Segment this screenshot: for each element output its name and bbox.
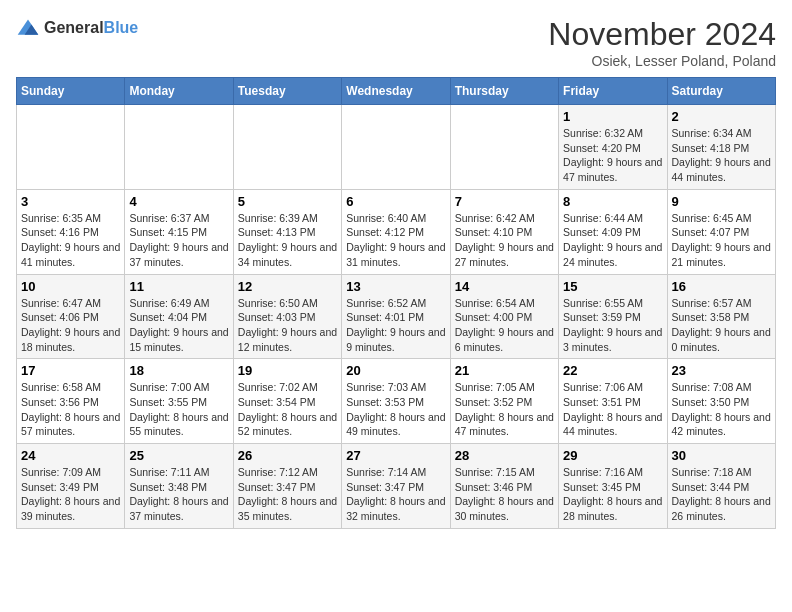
calendar-header-row: SundayMondayTuesdayWednesdayThursdayFrid… [17, 78, 776, 105]
calendar-cell: 13Sunrise: 6:52 AM Sunset: 4:01 PM Dayli… [342, 274, 450, 359]
day-number: 19 [238, 363, 337, 378]
calendar-cell: 9Sunrise: 6:45 AM Sunset: 4:07 PM Daylig… [667, 189, 775, 274]
day-info: Sunrise: 7:11 AM Sunset: 3:48 PM Dayligh… [129, 465, 228, 524]
calendar-cell: 7Sunrise: 6:42 AM Sunset: 4:10 PM Daylig… [450, 189, 558, 274]
day-info: Sunrise: 6:32 AM Sunset: 4:20 PM Dayligh… [563, 126, 662, 185]
day-number: 7 [455, 194, 554, 209]
logo-text-general: General [44, 19, 104, 36]
day-number: 22 [563, 363, 662, 378]
calendar-week-row: 1Sunrise: 6:32 AM Sunset: 4:20 PM Daylig… [17, 105, 776, 190]
calendar-cell [17, 105, 125, 190]
calendar-week-row: 17Sunrise: 6:58 AM Sunset: 3:56 PM Dayli… [17, 359, 776, 444]
page-header: GeneralBlue November 2024 Osiek, Lesser … [16, 16, 776, 69]
day-number: 3 [21, 194, 120, 209]
header-tuesday: Tuesday [233, 78, 341, 105]
calendar-cell [342, 105, 450, 190]
day-number: 21 [455, 363, 554, 378]
day-number: 9 [672, 194, 771, 209]
day-info: Sunrise: 6:34 AM Sunset: 4:18 PM Dayligh… [672, 126, 771, 185]
day-info: Sunrise: 6:47 AM Sunset: 4:06 PM Dayligh… [21, 296, 120, 355]
day-number: 27 [346, 448, 445, 463]
calendar-cell [125, 105, 233, 190]
day-number: 5 [238, 194, 337, 209]
month-title: November 2024 [548, 16, 776, 53]
calendar-cell: 10Sunrise: 6:47 AM Sunset: 4:06 PM Dayli… [17, 274, 125, 359]
day-number: 18 [129, 363, 228, 378]
day-number: 28 [455, 448, 554, 463]
logo: GeneralBlue [16, 16, 138, 40]
day-info: Sunrise: 6:42 AM Sunset: 4:10 PM Dayligh… [455, 211, 554, 270]
day-number: 25 [129, 448, 228, 463]
calendar-cell: 2Sunrise: 6:34 AM Sunset: 4:18 PM Daylig… [667, 105, 775, 190]
day-info: Sunrise: 7:12 AM Sunset: 3:47 PM Dayligh… [238, 465, 337, 524]
calendar-cell [233, 105, 341, 190]
day-info: Sunrise: 6:50 AM Sunset: 4:03 PM Dayligh… [238, 296, 337, 355]
day-info: Sunrise: 6:37 AM Sunset: 4:15 PM Dayligh… [129, 211, 228, 270]
day-number: 14 [455, 279, 554, 294]
day-info: Sunrise: 6:52 AM Sunset: 4:01 PM Dayligh… [346, 296, 445, 355]
calendar-cell: 14Sunrise: 6:54 AM Sunset: 4:00 PM Dayli… [450, 274, 558, 359]
day-info: Sunrise: 6:45 AM Sunset: 4:07 PM Dayligh… [672, 211, 771, 270]
header-thursday: Thursday [450, 78, 558, 105]
day-number: 15 [563, 279, 662, 294]
calendar-cell: 26Sunrise: 7:12 AM Sunset: 3:47 PM Dayli… [233, 444, 341, 529]
day-number: 10 [21, 279, 120, 294]
day-info: Sunrise: 7:16 AM Sunset: 3:45 PM Dayligh… [563, 465, 662, 524]
day-number: 20 [346, 363, 445, 378]
day-number: 16 [672, 279, 771, 294]
day-number: 1 [563, 109, 662, 124]
day-info: Sunrise: 7:15 AM Sunset: 3:46 PM Dayligh… [455, 465, 554, 524]
day-number: 2 [672, 109, 771, 124]
header-monday: Monday [125, 78, 233, 105]
day-number: 30 [672, 448, 771, 463]
calendar-week-row: 24Sunrise: 7:09 AM Sunset: 3:49 PM Dayli… [17, 444, 776, 529]
calendar-cell: 1Sunrise: 6:32 AM Sunset: 4:20 PM Daylig… [559, 105, 667, 190]
header-wednesday: Wednesday [342, 78, 450, 105]
day-info: Sunrise: 6:55 AM Sunset: 3:59 PM Dayligh… [563, 296, 662, 355]
day-number: 23 [672, 363, 771, 378]
day-info: Sunrise: 7:18 AM Sunset: 3:44 PM Dayligh… [672, 465, 771, 524]
calendar-cell: 3Sunrise: 6:35 AM Sunset: 4:16 PM Daylig… [17, 189, 125, 274]
day-info: Sunrise: 7:08 AM Sunset: 3:50 PM Dayligh… [672, 380, 771, 439]
logo-text-blue: Blue [104, 19, 139, 36]
day-info: Sunrise: 7:14 AM Sunset: 3:47 PM Dayligh… [346, 465, 445, 524]
day-info: Sunrise: 6:44 AM Sunset: 4:09 PM Dayligh… [563, 211, 662, 270]
calendar-cell: 25Sunrise: 7:11 AM Sunset: 3:48 PM Dayli… [125, 444, 233, 529]
day-info: Sunrise: 7:00 AM Sunset: 3:55 PM Dayligh… [129, 380, 228, 439]
day-number: 6 [346, 194, 445, 209]
header-saturday: Saturday [667, 78, 775, 105]
day-info: Sunrise: 7:05 AM Sunset: 3:52 PM Dayligh… [455, 380, 554, 439]
calendar-cell: 19Sunrise: 7:02 AM Sunset: 3:54 PM Dayli… [233, 359, 341, 444]
calendar-cell: 6Sunrise: 6:40 AM Sunset: 4:12 PM Daylig… [342, 189, 450, 274]
calendar-cell: 11Sunrise: 6:49 AM Sunset: 4:04 PM Dayli… [125, 274, 233, 359]
day-info: Sunrise: 6:40 AM Sunset: 4:12 PM Dayligh… [346, 211, 445, 270]
calendar-cell: 5Sunrise: 6:39 AM Sunset: 4:13 PM Daylig… [233, 189, 341, 274]
day-number: 8 [563, 194, 662, 209]
calendar-cell: 21Sunrise: 7:05 AM Sunset: 3:52 PM Dayli… [450, 359, 558, 444]
day-info: Sunrise: 7:03 AM Sunset: 3:53 PM Dayligh… [346, 380, 445, 439]
calendar-cell: 30Sunrise: 7:18 AM Sunset: 3:44 PM Dayli… [667, 444, 775, 529]
calendar-cell: 20Sunrise: 7:03 AM Sunset: 3:53 PM Dayli… [342, 359, 450, 444]
day-number: 4 [129, 194, 228, 209]
day-number: 29 [563, 448, 662, 463]
title-block: November 2024 Osiek, Lesser Poland, Pola… [548, 16, 776, 69]
header-friday: Friday [559, 78, 667, 105]
calendar-cell: 29Sunrise: 7:16 AM Sunset: 3:45 PM Dayli… [559, 444, 667, 529]
calendar-cell: 27Sunrise: 7:14 AM Sunset: 3:47 PM Dayli… [342, 444, 450, 529]
day-number: 11 [129, 279, 228, 294]
calendar-week-row: 10Sunrise: 6:47 AM Sunset: 4:06 PM Dayli… [17, 274, 776, 359]
calendar-cell: 23Sunrise: 7:08 AM Sunset: 3:50 PM Dayli… [667, 359, 775, 444]
day-info: Sunrise: 6:39 AM Sunset: 4:13 PM Dayligh… [238, 211, 337, 270]
calendar-cell: 15Sunrise: 6:55 AM Sunset: 3:59 PM Dayli… [559, 274, 667, 359]
day-info: Sunrise: 7:02 AM Sunset: 3:54 PM Dayligh… [238, 380, 337, 439]
day-info: Sunrise: 6:58 AM Sunset: 3:56 PM Dayligh… [21, 380, 120, 439]
calendar-cell [450, 105, 558, 190]
location: Osiek, Lesser Poland, Poland [548, 53, 776, 69]
day-info: Sunrise: 6:35 AM Sunset: 4:16 PM Dayligh… [21, 211, 120, 270]
day-number: 26 [238, 448, 337, 463]
calendar-cell: 17Sunrise: 6:58 AM Sunset: 3:56 PM Dayli… [17, 359, 125, 444]
calendar-table: SundayMondayTuesdayWednesdayThursdayFrid… [16, 77, 776, 529]
day-info: Sunrise: 7:09 AM Sunset: 3:49 PM Dayligh… [21, 465, 120, 524]
calendar-cell: 28Sunrise: 7:15 AM Sunset: 3:46 PM Dayli… [450, 444, 558, 529]
calendar-cell: 22Sunrise: 7:06 AM Sunset: 3:51 PM Dayli… [559, 359, 667, 444]
